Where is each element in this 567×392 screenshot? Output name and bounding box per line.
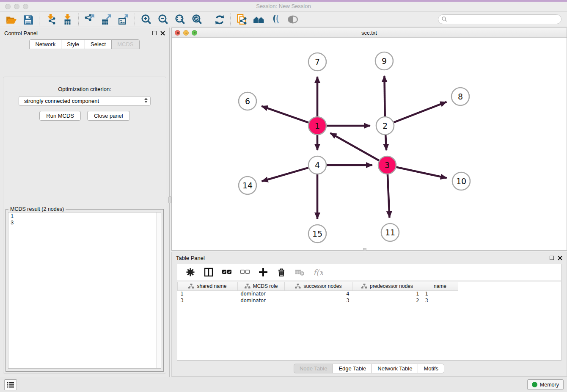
tree-icon (295, 284, 301, 289)
cell-predecessor-nodes[interactable]: 1 (352, 290, 422, 297)
result-scrollbar[interactable] (156, 213, 161, 368)
float-table-panel-icon[interactable] (550, 256, 554, 260)
cell-name[interactable]: 3 (422, 297, 458, 304)
close-panel-button[interactable]: Close panel (87, 111, 130, 121)
delete-table-button (294, 267, 305, 278)
criterion-select[interactable]: strongly connected component (19, 96, 151, 106)
save-button[interactable] (19, 13, 36, 26)
mcds-result-fieldset: MCDS result (2 nodes) 1 3 (6, 209, 164, 372)
tab-node-table[interactable]: Node Table (294, 364, 333, 373)
table-row[interactable]: 1dominator411 (178, 290, 458, 297)
zoom-out-icon (157, 14, 168, 25)
node-9[interactable]: 9 (375, 52, 393, 70)
node-2[interactable]: 2 (376, 117, 394, 135)
cell-successor-nodes[interactable]: 3 (285, 297, 352, 304)
window-title: Session: New Session (0, 3, 567, 9)
tab-edge-table[interactable]: Edge Table (333, 364, 372, 373)
control-panel: Control Panel NetworkStyleSelectMCDS Opt… (0, 28, 170, 377)
export-network-button[interactable] (81, 13, 98, 26)
search-input[interactable] (438, 14, 561, 24)
memory-button[interactable]: Memory (527, 379, 564, 390)
table-row[interactable]: 3dominator323 (178, 297, 458, 304)
cell-successor-nodes[interactable]: 4 (285, 290, 352, 297)
task-history-button[interactable] (4, 379, 17, 390)
cell-MCDS-role[interactable]: dominator (238, 297, 285, 304)
node-8[interactable]: 8 (451, 88, 469, 105)
edge-2-8[interactable] (394, 102, 447, 122)
tab-motifs[interactable]: Motifs (418, 364, 444, 373)
search-icon (441, 16, 447, 24)
import-table-icon (62, 14, 73, 25)
add-button[interactable] (258, 267, 269, 278)
save-icon (22, 14, 33, 25)
tab-network-table[interactable]: Network Table (372, 364, 418, 373)
edge-2-3[interactable] (385, 135, 386, 150)
cell-name[interactable]: 1 (422, 290, 458, 297)
column-header-predecessor-nodes[interactable]: predecessor nodes (352, 282, 422, 290)
table-toolbar: f(x) (177, 264, 561, 282)
import-table-button[interactable] (59, 13, 76, 26)
refresh-button[interactable] (211, 13, 228, 26)
zoom-in-button[interactable] (138, 13, 154, 26)
zoom-fit-button[interactable] (171, 13, 188, 26)
toolbar-separator (230, 14, 231, 25)
network-canvas[interactable]: 7968124314101511 (172, 38, 567, 250)
paint-off-button[interactable] (267, 13, 284, 26)
node-14[interactable]: 14 (239, 177, 256, 194)
tab-network[interactable]: Network (29, 39, 61, 49)
column-header-successor-nodes[interactable]: successor nodes (285, 282, 352, 290)
export-image-button[interactable] (115, 13, 132, 26)
column-header-name[interactable]: name (422, 282, 458, 290)
edge-3-1[interactable] (330, 133, 379, 160)
control-panel-tabs: NetworkStyleSelectMCDS (0, 39, 169, 49)
eye-button[interactable] (284, 13, 301, 26)
memory-status-icon (532, 382, 537, 387)
node-1[interactable]: 1 (308, 117, 326, 135)
import-network-button[interactable] (42, 13, 59, 26)
node-4[interactable]: 4 (308, 156, 326, 174)
node-6[interactable]: 6 (239, 92, 256, 110)
gear-button[interactable] (185, 267, 196, 278)
cell-shared-name[interactable]: 3 (178, 297, 238, 304)
cell-MCDS-role[interactable]: dominator (238, 290, 285, 297)
run-mcds-button[interactable]: Run MCDS (39, 111, 81, 121)
toolbar-separator (208, 14, 208, 25)
open-folder-button[interactable] (3, 13, 19, 26)
float-panel-icon[interactable] (152, 31, 157, 35)
mcds-result-text[interactable]: 1 3 (8, 212, 161, 369)
close-table-panel-icon[interactable] (558, 256, 562, 260)
home-button[interactable] (250, 13, 267, 26)
node-3[interactable]: 3 (378, 156, 396, 174)
close-panel-icon[interactable] (160, 31, 165, 36)
columns-button[interactable] (203, 267, 214, 278)
edge-3-11[interactable] (388, 174, 389, 218)
memory-label: Memory (540, 382, 559, 388)
node-7[interactable]: 7 (308, 53, 326, 71)
splitter-grip[interactable] (168, 196, 171, 203)
deselect-all-button[interactable] (239, 267, 250, 278)
network-window-title: scc.txt (172, 30, 567, 36)
cell-predecessor-nodes[interactable]: 2 (352, 297, 422, 304)
trash-button[interactable] (276, 267, 287, 278)
tab-select[interactable]: Select (85, 39, 112, 49)
edge-2-9[interactable] (384, 76, 385, 116)
node-10[interactable]: 10 (452, 172, 470, 190)
copy-network-button[interactable] (233, 13, 250, 26)
tab-style[interactable]: Style (61, 39, 85, 49)
network-window-titlebar[interactable]: ✕ − + scc.txt (172, 28, 567, 38)
edge-4-14[interactable] (262, 168, 308, 181)
network-resize-grip[interactable] (363, 248, 366, 251)
edge-1-6[interactable] (261, 106, 308, 123)
export-table-button[interactable] (98, 13, 115, 26)
zoom-out-button[interactable] (154, 13, 171, 26)
tab-mcds[interactable]: MCDS (111, 39, 139, 49)
node-15[interactable]: 15 (308, 225, 326, 243)
cell-shared-name[interactable]: 1 (178, 290, 238, 297)
network-window: ✕ − + scc.txt 7968124314101511 (171, 28, 567, 251)
zoom-selected-button[interactable] (188, 13, 205, 26)
node-11[interactable]: 11 (381, 224, 399, 241)
column-header-MCDS-role[interactable]: MCDS role (238, 282, 285, 290)
edge-3-10[interactable] (396, 167, 446, 178)
column-header-shared-name[interactable]: shared name (178, 282, 238, 290)
select-all-button[interactable] (221, 267, 232, 278)
